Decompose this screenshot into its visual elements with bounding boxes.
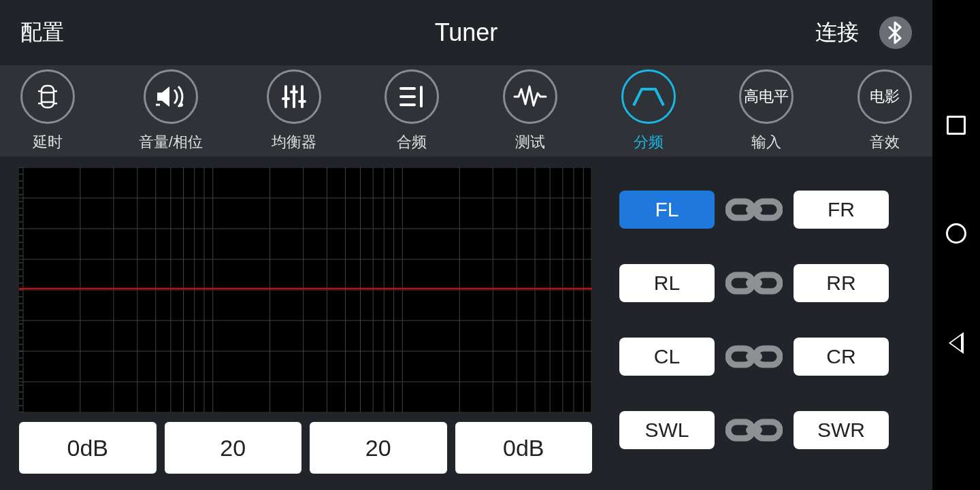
freq-low-field[interactable]: 20 bbox=[165, 422, 302, 474]
trapez-icon bbox=[621, 69, 676, 124]
volume-icon bbox=[144, 69, 198, 124]
page-title: Tuner bbox=[318, 18, 615, 47]
svg-rect-0 bbox=[42, 86, 54, 108]
svg-rect-100 bbox=[746, 279, 762, 287]
back-icon[interactable] bbox=[949, 332, 964, 354]
tab-label: 分频 bbox=[634, 132, 664, 152]
channel-rl-button[interactable]: RL bbox=[619, 264, 715, 302]
tab-volphase[interactable]: 音量/相位 bbox=[139, 69, 203, 152]
input-icon: 高电平 bbox=[739, 69, 794, 124]
gain-high-field[interactable]: 0dB bbox=[455, 422, 593, 474]
recents-icon[interactable] bbox=[947, 116, 966, 135]
tab-label: 输入 bbox=[751, 132, 781, 152]
svg-rect-106 bbox=[746, 426, 762, 434]
channel-fr-button[interactable]: FR bbox=[794, 191, 889, 229]
mode-tabbar: 延时音量/相位均衡器合频测试分频高电平输入电影音效 bbox=[0, 65, 932, 157]
channel-fl-button[interactable]: FL bbox=[619, 191, 715, 229]
header: 配置 Tuner 连接 bbox=[0, 0, 932, 65]
link-icon[interactable] bbox=[724, 415, 784, 445]
channel-row: SWLSWR bbox=[619, 411, 913, 449]
tab-label: 均衡器 bbox=[272, 132, 316, 152]
channel-cr-button[interactable]: CR bbox=[794, 338, 889, 376]
gain-low-field[interactable]: 0dB bbox=[19, 422, 157, 474]
link-icon[interactable] bbox=[724, 268, 784, 298]
tab-test[interactable]: 测试 bbox=[503, 69, 557, 152]
tab-crossover[interactable]: 分频 bbox=[621, 69, 676, 152]
merge-icon bbox=[385, 69, 439, 124]
sliders-icon bbox=[267, 69, 321, 124]
tab-label: 测试 bbox=[515, 132, 545, 152]
svg-rect-103 bbox=[746, 353, 762, 361]
car-icon bbox=[20, 69, 75, 124]
home-icon[interactable] bbox=[946, 223, 966, 244]
wave-icon bbox=[503, 69, 557, 124]
channel-cl-button[interactable]: CL bbox=[619, 338, 715, 376]
sfx-icon: 电影 bbox=[858, 69, 912, 124]
link-icon[interactable] bbox=[724, 342, 784, 372]
tab-eq[interactable]: 均衡器 bbox=[267, 69, 321, 152]
android-navbar bbox=[932, 0, 980, 490]
crossover-graph[interactable] bbox=[19, 167, 592, 412]
channel-swl-button[interactable]: SWL bbox=[619, 411, 715, 449]
channel-row: RLRR bbox=[619, 264, 913, 302]
freq-high-field[interactable]: 20 bbox=[310, 422, 447, 474]
bluetooth-icon[interactable] bbox=[879, 16, 912, 49]
channel-selector: FLFRRLRRCLCRSWLSWR bbox=[619, 167, 913, 479]
tab-sfx[interactable]: 电影音效 bbox=[858, 69, 912, 152]
tab-delay[interactable]: 延时 bbox=[20, 69, 75, 152]
channel-rr-button[interactable]: RR bbox=[794, 264, 889, 302]
tab-label: 合频 bbox=[397, 132, 427, 152]
tab-label: 音量/相位 bbox=[139, 132, 203, 152]
channel-row: CLCR bbox=[619, 338, 913, 376]
channel-swr-button[interactable]: SWR bbox=[794, 411, 889, 449]
svg-rect-97 bbox=[746, 206, 762, 214]
tab-input[interactable]: 高电平输入 bbox=[739, 69, 794, 152]
tab-label: 延时 bbox=[33, 132, 63, 152]
connect-button[interactable]: 连接 bbox=[815, 18, 859, 48]
tab-merge[interactable]: 合频 bbox=[385, 69, 439, 152]
link-icon[interactable] bbox=[724, 195, 784, 225]
tab-label: 音效 bbox=[870, 132, 900, 152]
config-button[interactable]: 配置 bbox=[20, 18, 318, 48]
channel-row: FLFR bbox=[619, 191, 913, 229]
